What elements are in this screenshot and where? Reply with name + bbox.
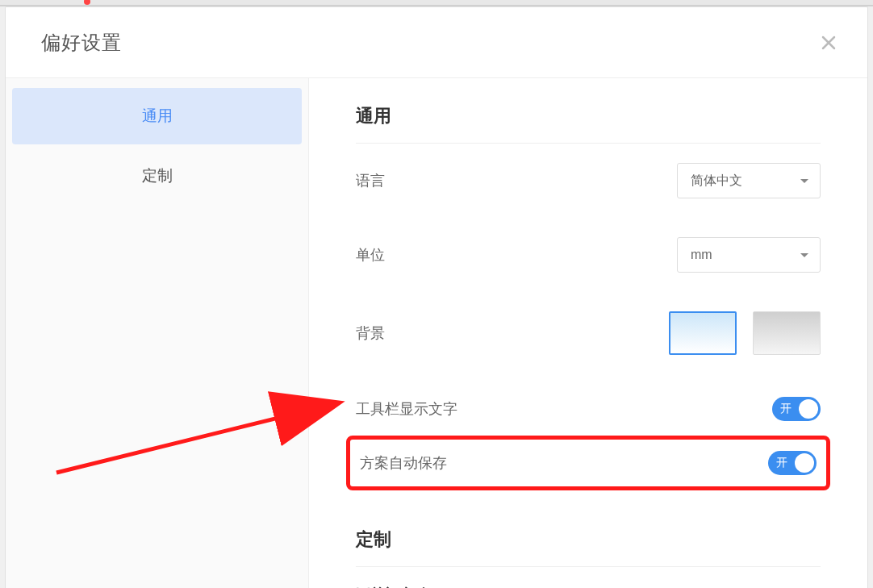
label-toolbar-text: 工具栏显示文字 [356,399,457,419]
chevron-down-icon [800,253,808,257]
toggle-toolbar-text[interactable]: 开 [772,397,821,421]
preferences-dialog: 偏好设置 通用 定制 通用 语言 简体中文 单位 [5,6,868,588]
select-language[interactable]: 简体中文 [677,163,821,198]
row-unit: 单位 mm [356,218,821,292]
sidebar-item-custom[interactable]: 定制 [12,148,302,204]
toggle-knob [795,453,814,473]
section-title-general: 通用 [356,104,821,144]
sidebar-item-label: 定制 [142,165,173,186]
sidebar-item-general[interactable]: 通用 [12,88,302,144]
label-background: 背景 [356,323,385,343]
select-value: 简体中文 [691,173,742,190]
content-panel: 通用 语言 简体中文 单位 mm 背景 [309,78,867,588]
toggle-knob [799,399,818,419]
close-button[interactable] [819,33,838,52]
annotation-highlight: 方案自动保存 开 [346,436,830,490]
close-icon [821,35,836,50]
toggle-label: 开 [780,402,792,416]
label-autosave: 方案自动保存 [360,453,447,473]
sidebar-item-label: 通用 [142,106,173,127]
dialog-header: 偏好设置 [6,7,867,78]
section-title-custom: 定制 [356,528,821,567]
dialog-body: 通用 定制 通用 语言 简体中文 单位 mm [6,78,867,588]
select-unit[interactable]: mm [677,237,821,273]
background-option-gray[interactable] [753,311,821,355]
toggle-label: 开 [776,456,787,470]
row-autosave: 方案自动保存 开 [357,451,820,475]
background-options [669,311,821,355]
row-background: 背景 [356,292,821,374]
label-unit: 单位 [356,245,385,265]
row-language: 语言 简体中文 [356,144,821,218]
background-option-blue[interactable] [669,311,737,355]
dialog-title: 偏好设置 [41,30,122,56]
row-toolbar-text: 工具栏显示文字 开 [356,374,821,439]
label-language: 语言 [356,171,385,190]
select-value: mm [691,248,712,262]
chevron-down-icon [800,179,808,183]
sidebar: 通用 定制 [6,78,309,588]
label-door-animation: 开关门窗动画 [356,585,821,588]
toggle-autosave[interactable]: 开 [768,451,817,475]
